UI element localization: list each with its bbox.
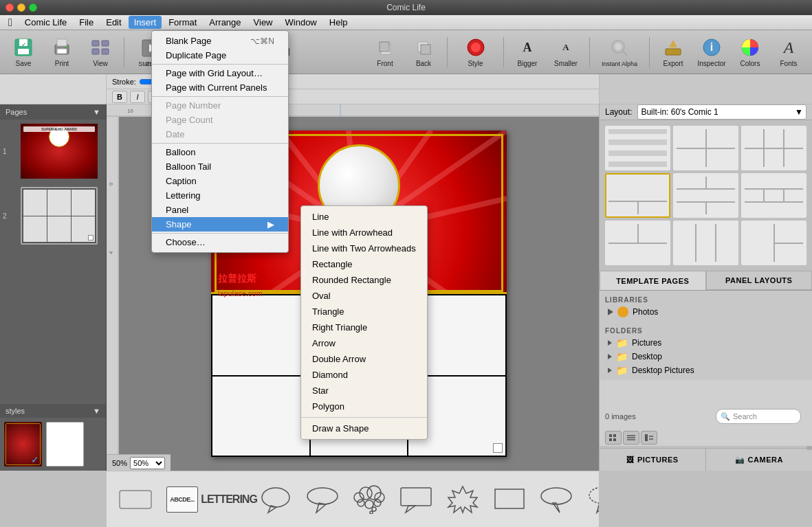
menu-arrange[interactable]: Arrange: [204, 16, 246, 29]
insert-shape[interactable]: Shape ▶: [152, 217, 288, 232]
maximize-button[interactable]: [29, 3, 37, 12]
instant-alpha-button[interactable]: Instant Alpha: [595, 34, 644, 71]
balloon-square-caption[interactable]: [489, 482, 530, 517]
folder-desktop[interactable]: 📁 Desktop: [605, 350, 806, 363]
menu-edit[interactable]: Edit: [100, 16, 127, 29]
menu-comic-life[interactable]: Comic Life: [19, 16, 72, 29]
balloon-spiky[interactable]: [442, 482, 483, 517]
shape-polygon[interactable]: Polygon: [301, 399, 427, 414]
watermark-chinese: 拉普拉斯: [218, 273, 256, 285]
folder-pictures[interactable]: 📁 Pictures: [605, 336, 806, 350]
shape-rectangle[interactable]: Rectangle: [301, 256, 427, 272]
balloon-thought[interactable]: [349, 482, 390, 517]
detail-view-btn[interactable]: [641, 431, 657, 445]
menu-help[interactable]: Help: [324, 16, 353, 29]
shape-right-triangle[interactable]: Right Triangle: [301, 319, 427, 335]
pictures-btn[interactable]: 🖼 Pictures: [600, 449, 706, 471]
shape-line-two-arrowheads[interactable]: Line with Two Arrowheads: [301, 240, 427, 256]
template-3[interactable]: [741, 126, 806, 170]
menu-insert[interactable]: Insert: [129, 16, 162, 29]
italic-button[interactable]: I: [130, 91, 145, 103]
panel-1[interactable]: [212, 295, 309, 375]
menu-format[interactable]: Format: [163, 16, 202, 29]
insert-caption[interactable]: Caption: [152, 174, 288, 188]
front-button[interactable]: Front: [367, 34, 403, 71]
template-6[interactable]: [741, 173, 806, 218]
balloon-lettering-big[interactable]: LETTERING: [208, 482, 250, 517]
close-button[interactable]: [6, 3, 14, 12]
shape-arrow[interactable]: Arrow: [301, 335, 427, 351]
balloon-round-speech[interactable]: [255, 482, 296, 517]
save-button[interactable]: ✓ Save: [6, 34, 41, 71]
balloon-caption-text[interactable]: ABCDE...: [162, 482, 203, 517]
shape-line-arrowhead[interactable]: Line with Arrowhead: [301, 225, 427, 240]
export-button[interactable]: Export: [655, 34, 691, 71]
template-5[interactable]: [673, 173, 738, 218]
shape-double-arrow[interactable]: Double Arrow: [301, 351, 427, 367]
balloon-thought-2[interactable]: [582, 482, 599, 517]
insert-balloon[interactable]: Balloon: [152, 145, 288, 159]
shape-oval[interactable]: Oval: [301, 288, 427, 304]
template-9[interactable]: [741, 221, 806, 265]
apple-menu[interactable]: : [3, 16, 18, 29]
panel-4[interactable]: [212, 377, 309, 456]
template-1[interactable]: [605, 126, 670, 170]
scroll-track[interactable]: [600, 446, 812, 448]
camera-btn[interactable]: 📷 Camera: [706, 449, 812, 471]
shape-draw[interactable]: Draw a Shape: [301, 421, 427, 436]
tab-template-pages[interactable]: Template Pages: [600, 271, 706, 290]
insert-page-grid[interactable]: Page with Grid Layout…: [152, 66, 288, 80]
folder-desktop-pictures[interactable]: 📁 Desktop Pictures: [605, 363, 806, 377]
library-photos[interactable]: Photos: [605, 305, 806, 319]
shape-diamond[interactable]: Diamond: [301, 367, 427, 383]
shape-star[interactable]: Star: [301, 383, 427, 399]
template-8[interactable]: [673, 221, 738, 265]
colors-button[interactable]: Colors: [732, 34, 768, 71]
balloon-rect-speech[interactable]: [395, 482, 437, 517]
layout-dropdown[interactable]: Built-in: 60's Comic 1 ▼: [637, 104, 806, 120]
insert-choose[interactable]: Choose…: [152, 235, 288, 249]
resize-handle[interactable]: [493, 443, 503, 453]
print-button[interactable]: Print: [44, 34, 80, 71]
menu-window[interactable]: Window: [280, 16, 322, 29]
style-button[interactable]: Style: [453, 34, 498, 71]
page-2-thumb[interactable]: [21, 187, 98, 245]
scroll-thumb[interactable]: [806, 446, 812, 450]
list-view-btn[interactable]: [623, 431, 639, 445]
balloon-oval-speech[interactable]: [302, 482, 343, 517]
insert-panel[interactable]: Panel: [152, 203, 288, 217]
insert-page-current[interactable]: Page with Current Panels: [152, 80, 288, 95]
inspector-button[interactable]: i Inspector: [694, 34, 729, 71]
menu-file[interactable]: File: [74, 16, 99, 29]
page-1-thumb[interactable]: SUPERHERO AWARD: [21, 124, 98, 179]
fonts-button[interactable]: A Fonts: [771, 34, 806, 71]
smaller-button[interactable]: A Smaller: [548, 34, 584, 71]
style-thumb-2[interactable]: [46, 422, 84, 467]
zoom-select[interactable]: 50% 75% 100%: [130, 457, 165, 469]
balloon-oval-2[interactable]: [536, 482, 577, 517]
pages-collapse[interactable]: ▼: [93, 108, 100, 116]
insert-balloon-tail[interactable]: Balloon Tail: [152, 159, 288, 174]
shape-rounded-rect[interactable]: Rounded Rectangle: [301, 272, 427, 288]
layout-label: Layout:: [605, 107, 632, 117]
minimize-button[interactable]: [17, 3, 25, 12]
bigger-button[interactable]: A Bigger: [509, 34, 545, 71]
tab-panel-layouts[interactable]: Panel Layouts: [706, 271, 813, 290]
menu-view[interactable]: View: [248, 16, 278, 29]
style-thumb-1[interactable]: ✓: [4, 422, 42, 467]
template-2[interactable]: [673, 126, 738, 170]
shape-line[interactable]: Line: [301, 209, 427, 225]
insert-lettering[interactable]: Lettering: [152, 188, 288, 203]
back-button[interactable]: Back: [406, 34, 441, 71]
template-4[interactable]: [605, 173, 670, 218]
insert-duplicate-page[interactable]: Duplicate Page: [152, 48, 288, 63]
grid-view-btn[interactable]: [605, 431, 622, 445]
styles-collapse[interactable]: ▼: [93, 407, 100, 415]
insert-blank-page[interactable]: Blank Page ⌥⌘N: [152, 34, 288, 48]
balloon-lettering[interactable]: [115, 482, 156, 517]
template-7[interactable]: [605, 221, 670, 265]
search-box[interactable]: 🔍 Search: [716, 409, 801, 424]
bold-button[interactable]: B: [112, 91, 127, 103]
shape-triangle[interactable]: Triangle: [301, 304, 427, 319]
view-button[interactable]: View: [83, 34, 118, 71]
